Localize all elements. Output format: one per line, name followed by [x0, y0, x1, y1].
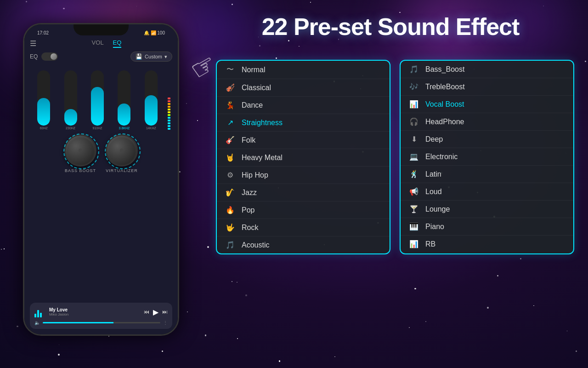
save-icon: 💾: [136, 53, 142, 60]
volume-icon[interactable]: 🔈: [34, 320, 40, 325]
eq-bar-14khz: 14KHZ: [139, 70, 163, 130]
next-button[interactable]: ⏭: [162, 309, 168, 315]
list-item[interactable]: 🎷 Jazz: [217, 184, 390, 201]
menu-icon[interactable]: ☰: [30, 39, 36, 48]
list-item[interactable]: 💻 Electronic: [401, 148, 573, 166]
phone-notch: [74, 24, 129, 35]
effect-rb: RB: [425, 240, 435, 248]
knobs-row: BASS BOOST VIRTUALIZER: [30, 134, 172, 173]
list-item[interactable]: 🎻 Classical: [217, 79, 390, 97]
eq-slider-track-1[interactable]: [37, 70, 50, 126]
player-info: My Love Miko Jasion: [49, 307, 140, 316]
list-item[interactable]: 🔥 Pop: [217, 201, 390, 219]
phone-screen: 17:02 🔔 📶 100 ☰ VOL EQ EQ: [24, 24, 178, 334]
list-item[interactable]: ⬇ Deep: [401, 131, 573, 148]
effect-lists-area: 〜 Normal 🎻 Classical 💃 Dance ↗ Straightn…: [216, 60, 574, 254]
jazz-icon: 🎷: [225, 188, 235, 197]
eq-slider-track-4[interactable]: [118, 70, 130, 126]
effect-list-left: 〜 Normal 🎻 Classical 💃 Dance ↗ Straightn…: [216, 60, 390, 254]
eq-label: EQ: [30, 53, 38, 60]
bass-boost-group: BASS BOOST: [64, 134, 96, 173]
list-item[interactable]: 🎹 Piano: [401, 218, 573, 236]
effect-hiphop: Hip Hop: [242, 171, 268, 179]
eq-fill-1: [37, 98, 50, 126]
list-item[interactable]: 🤟 Rock: [217, 219, 390, 236]
prev-button[interactable]: ⏮: [144, 309, 149, 315]
eq-fill-3: [91, 87, 104, 126]
page-title: 22 Pre-set Sound Effect: [211, 14, 570, 40]
play-button[interactable]: ▶: [153, 308, 158, 316]
eq-fill-2: [64, 109, 77, 126]
effect-bass-boost: Bass_Boost: [425, 65, 464, 74]
phone-nav-tabs: VOL EQ: [92, 39, 122, 48]
eq-toggle[interactable]: [41, 52, 58, 61]
deep-icon: ⬇: [409, 135, 419, 144]
effect-jazz: Jazz: [242, 189, 257, 197]
eq-fill-5: [145, 95, 158, 126]
list-item[interactable]: 🎸 Folk: [217, 132, 390, 149]
eq-slider-track-5[interactable]: [145, 70, 158, 126]
headphone-icon: 🎧: [409, 117, 419, 126]
straightness-icon: ↗: [225, 118, 235, 127]
virtualizer-knob[interactable]: [106, 134, 138, 167]
eq-fill-4: [118, 104, 130, 126]
list-item[interactable]: 🎵 Bass_Boost: [401, 61, 573, 78]
list-item[interactable]: 🕺 Latin: [401, 166, 573, 183]
rock-icon: 🤟: [225, 223, 235, 232]
effect-heavy-metal: Heavy Metal: [242, 154, 283, 162]
eq-control-row: EQ 💾 Custom ▾: [30, 52, 172, 62]
list-item[interactable]: 🎧 HeadPhone: [401, 113, 573, 131]
eq-slider-track-2[interactable]: [64, 70, 77, 126]
list-item[interactable]: 💃 Dance: [217, 97, 390, 114]
eq-slider-track-3[interactable]: [91, 70, 104, 126]
list-item[interactable]: 🍸 Lounge: [401, 201, 573, 218]
player-controls: ⏮ ▶ ⏭: [144, 308, 168, 316]
hiphop-icon: ⚙: [225, 171, 235, 179]
bass-boost-icon: 🎵: [409, 65, 419, 74]
eq-preset-button[interactable]: 💾 Custom ▾: [130, 52, 172, 62]
virtualizer-group: VIRTUALIZER: [106, 134, 138, 173]
player-visualizer: [34, 306, 45, 317]
electronic-icon: 💻: [409, 152, 419, 161]
bass-boost-knob[interactable]: [64, 134, 96, 167]
list-item[interactable]: 📊 RB: [401, 236, 573, 253]
list-item[interactable]: 🎶 TrebleBoost: [401, 78, 573, 96]
progress-end-icon: ⋮: [163, 320, 168, 325]
list-item[interactable]: 📊 Vocal Boost: [401, 96, 573, 113]
tab-vol[interactable]: VOL: [92, 39, 104, 48]
lounge-icon: 🍸: [409, 205, 419, 213]
effect-loud: Loud: [425, 188, 442, 196]
player-progress: 🔈 ⋮: [34, 320, 168, 325]
effect-headphone: HeadPhone: [425, 118, 464, 126]
list-item[interactable]: ↗ Straightness: [217, 114, 390, 132]
effect-treble-boost: TrebleBoost: [425, 83, 465, 91]
heavy-metal-icon: 🤘: [225, 153, 235, 162]
effect-lounge: Lounge: [425, 205, 450, 213]
vocal-boost-icon: 📊: [409, 100, 419, 109]
list-item[interactable]: 〜 Normal: [217, 61, 390, 79]
effect-straightness: Straightness: [242, 119, 283, 127]
list-item[interactable]: 📢 Loud: [401, 183, 573, 201]
phone-nav: ☰ VOL EQ: [30, 39, 172, 48]
list-item[interactable]: 🤘 Heavy Metal: [217, 149, 390, 167]
rb-icon: 📊: [409, 240, 419, 248]
effect-classical: Classical: [242, 84, 271, 92]
progress-bar[interactable]: [43, 322, 160, 323]
player-bar: My Love Miko Jasion ⏮ ▶ ⏭ 🔈: [30, 303, 172, 329]
phone-frame: 17:02 🔔 📶 100 ☰ VOL EQ EQ: [23, 23, 179, 336]
effect-acoustic: Acoustic: [242, 241, 269, 249]
effect-deep: Deep: [425, 135, 443, 144]
effect-normal: Normal: [242, 66, 266, 74]
list-item[interactable]: 🎵 Acoustic: [217, 236, 390, 253]
progress-fill: [43, 322, 113, 323]
effect-electronic: Electronic: [425, 153, 458, 161]
list-item[interactable]: ⚙ Hip Hop: [217, 167, 390, 184]
tab-eq[interactable]: EQ: [113, 39, 122, 48]
freq-label-5: 14KHZ: [146, 126, 156, 130]
preset-label: Custom: [145, 54, 162, 59]
treble-boost-icon: 🎶: [409, 82, 419, 91]
freq-label-2: 230HZ: [66, 126, 75, 130]
freq-label-1: 60HZ: [40, 126, 48, 130]
effect-dance: Dance: [242, 101, 263, 109]
song-title: My Love: [49, 307, 140, 312]
